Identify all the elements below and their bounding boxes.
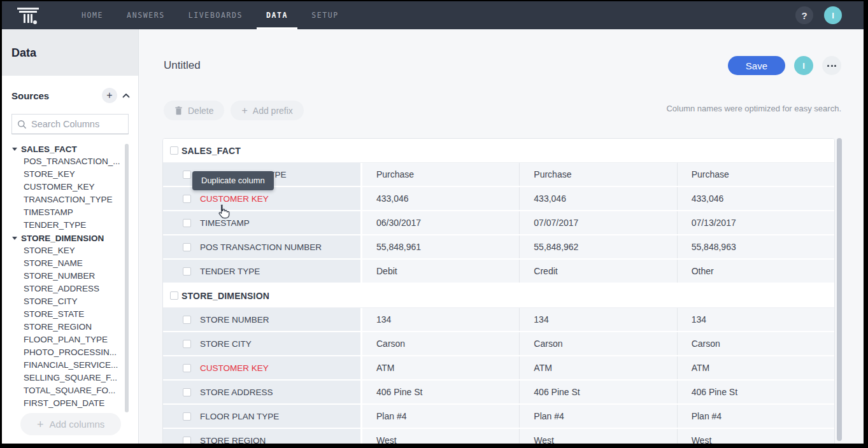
column-name-cell[interactable]: STORE ADDRESS [163, 381, 360, 403]
column-name-label: STORE CITY [200, 339, 252, 349]
search-icon [17, 120, 27, 129]
sample-value-cell: Plan #4 [677, 405, 834, 428]
row-checkbox[interactable] [183, 171, 191, 179]
plus-icon: + [241, 105, 247, 116]
column-name-label: STORE NUMBER [200, 315, 269, 325]
plus-icon: + [37, 419, 44, 430]
source-column-item[interactable]: STORE_NAME [11, 257, 138, 270]
top-nav: HOMEANSWERSLIVEBOARDSDATASETUP ? I [2, 1, 864, 29]
source-column-item[interactable]: STORE_REGION [11, 321, 138, 333]
source-column-item[interactable]: CUSTOMER_KEY [11, 181, 138, 193]
column-name-cell[interactable]: CUSTOMER KEY [163, 356, 360, 379]
source-group-store_dimension[interactable]: STORE_DIMENSION [11, 232, 138, 244]
source-column-item[interactable]: STORE_ADDRESS [11, 283, 138, 295]
page-title[interactable]: Untitled [164, 59, 201, 72]
section-name: SALES_FACT [181, 146, 241, 156]
source-column-item[interactable]: STORE_KEY [11, 168, 138, 181]
nav-item-setup[interactable]: SETUP [302, 1, 348, 29]
column-name-cell[interactable]: STORE NUMBER [163, 308, 360, 331]
source-column-item[interactable]: TRANSACTION_TYPE [11, 193, 138, 206]
column-name-cell[interactable]: STORE REGION [163, 429, 360, 444]
source-column-item[interactable]: STORE_KEY [11, 244, 138, 257]
sample-value-cell: Other [677, 260, 834, 283]
row-checkbox[interactable] [183, 243, 191, 251]
row-checkbox[interactable] [183, 364, 191, 372]
save-button[interactable]: Save [728, 56, 785, 75]
source-column-item[interactable]: STORE_NUMBER [11, 270, 138, 283]
source-column-item[interactable]: TOTAL_SQUARE_FO... [11, 384, 138, 397]
source-group-sales_fact[interactable]: SALES_FACT [11, 143, 138, 155]
sample-value-cell: Carson [677, 332, 834, 355]
source-column-item[interactable]: PHOTO_PROCESSIN... [11, 346, 138, 359]
add-columns-label: Add columns [50, 419, 105, 430]
sample-value-cell: 406 Pine St [519, 381, 676, 403]
table-row: STORE CITYCarsonCarsonCarson [163, 332, 834, 356]
main-nav: HOMEANSWERSLIVEBOARDSDATASETUP [72, 1, 353, 29]
sample-value-cell: Purchase [519, 163, 676, 186]
source-column-item[interactable]: SELLING_SQUARE_F... [11, 372, 138, 384]
section-name: STORE_DIMENSION [181, 291, 269, 301]
sample-value-cell: 07/13/2017 [677, 211, 834, 234]
table-row: FLOOR PLAN TYPEPlan #4Plan #4Plan #4 [163, 405, 834, 429]
table-row: TIMESTAMP06/30/201707/07/201707/13/2017 [163, 211, 834, 235]
nav-item-data[interactable]: DATA [257, 1, 297, 29]
more-options-button[interactable] [822, 56, 841, 75]
sample-value-cell: 55,848,961 [360, 235, 519, 258]
sample-value-cell: 134 [360, 308, 519, 331]
nav-item-answers[interactable]: ANSWERS [117, 1, 174, 29]
sample-value-cell: Purchase [360, 163, 519, 186]
optimized-note: Column names were optimized for easy sea… [666, 104, 841, 113]
sample-value-cell: 433,046 [519, 187, 676, 210]
nav-item-home[interactable]: HOME [72, 1, 113, 29]
sidebar-header: Data [2, 29, 138, 76]
column-name-cell[interactable]: STORE CITY [163, 332, 360, 355]
source-column-item[interactable]: FIRST_OPEN_DATE [11, 397, 138, 410]
source-column-item[interactable]: POS_TRANSACTION_... [11, 155, 138, 168]
row-checkbox[interactable] [183, 195, 191, 203]
row-checkbox[interactable] [183, 219, 191, 227]
row-checkbox[interactable] [183, 340, 191, 348]
row-checkbox[interactable] [183, 437, 191, 444]
column-name-cell[interactable]: FLOOR PLAN TYPE [163, 405, 360, 428]
source-column-item[interactable]: STORE_STATE [11, 308, 138, 321]
help-button[interactable]: ? [795, 6, 813, 24]
row-checkbox[interactable] [183, 316, 191, 324]
add-prefix-button[interactable]: + Add prefix [231, 101, 303, 120]
sample-value-cell: Plan #4 [519, 405, 676, 428]
source-column-item[interactable]: FLOOR_PLAN_TYPE [11, 333, 138, 346]
sample-value-cell: 406 Pine St [677, 381, 834, 403]
column-name-cell[interactable]: TENDER TYPE [163, 260, 360, 283]
column-name-label: FLOOR PLAN TYPE [200, 412, 279, 421]
column-name-label: STORE ADDRESS [200, 388, 273, 397]
row-checkbox[interactable] [183, 412, 191, 421]
sidebar-title: Data [11, 46, 138, 60]
chevron-up-icon[interactable] [122, 92, 130, 99]
column-name-cell[interactable]: POS TRANSACTION NUMBER [163, 235, 360, 258]
search-columns-input[interactable] [31, 119, 123, 129]
column-name-cell[interactable]: TIMESTAMP [163, 211, 360, 234]
sample-value-cell: Carson [519, 332, 676, 355]
section-checkbox[interactable] [170, 291, 178, 300]
add-columns-button[interactable]: + Add columns [20, 413, 121, 435]
add-prefix-label: Add prefix [253, 106, 293, 116]
column-name-cell[interactable]: CUSTOMER KEY [163, 187, 360, 210]
row-checkbox[interactable] [183, 388, 191, 396]
source-column-item[interactable]: FINANCIAL_SERVICE... [11, 359, 138, 372]
owner-avatar[interactable]: I [794, 56, 813, 75]
nav-item-liveboards[interactable]: LIVEBOARDS [179, 1, 252, 29]
trash-icon [174, 106, 183, 115]
section-checkbox[interactable] [170, 146, 178, 155]
row-checkbox[interactable] [183, 267, 191, 276]
source-column-item[interactable]: TENDER_TYPE [11, 219, 138, 232]
sample-value-cell: Credit [519, 260, 676, 283]
source-column-item[interactable]: STORE_CITY [11, 295, 138, 308]
delete-button[interactable]: Delete [164, 101, 224, 120]
thoughtspot-logo-icon[interactable] [16, 5, 41, 25]
sidebar-scrollbar[interactable] [125, 144, 129, 412]
source-column-item[interactable]: TIMESTAMP [11, 206, 138, 219]
add-source-button[interactable]: + [102, 88, 117, 103]
sources-label: Sources [11, 90, 49, 101]
content-scrollbar[interactable] [837, 138, 842, 441]
source-group-label: STORE_DIMENSION [21, 234, 104, 243]
user-avatar[interactable]: I [824, 6, 842, 24]
